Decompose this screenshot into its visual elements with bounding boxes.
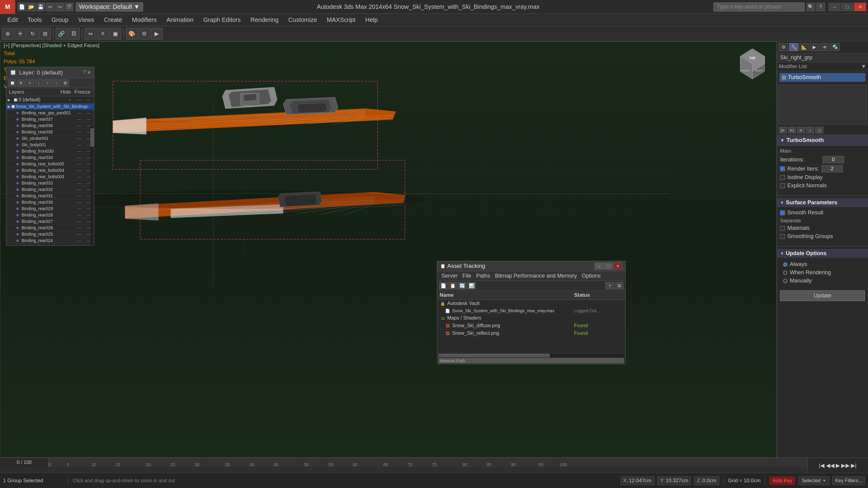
- open-btn[interactable]: 📂: [27, 3, 36, 11]
- layer-merge-btn[interactable]: ↓: [35, 79, 42, 87]
- redo-btn[interactable]: ↪: [55, 3, 64, 11]
- modifier-nav-1[interactable]: |⊳: [779, 127, 787, 133]
- layer-item-8[interactable]: ⊕Binding_rear_bolts005——: [6, 161, 94, 167]
- menu-item-rendering[interactable]: Rendering: [246, 15, 283, 25]
- menu-item-edit[interactable]: Edit: [3, 15, 22, 25]
- ts-explicit-normals-checkbox[interactable]: [780, 183, 785, 188]
- align-btn[interactable]: ≡: [97, 28, 108, 39]
- rotate-btn[interactable]: ↻: [27, 28, 38, 39]
- render-setup-btn[interactable]: ⚙: [138, 28, 150, 39]
- rp-modifier-item[interactable]: TurboSmooth: [779, 73, 866, 82]
- link-btn[interactable]: 🔗: [56, 28, 67, 39]
- at-menu-bitmap[interactable]: Bitmap Performance and Memory: [493, 272, 579, 280]
- layer-item-9[interactable]: ⊕Binding_rear_bolts004——: [6, 167, 94, 174]
- mirror-btn[interactable]: ⇔: [85, 28, 96, 39]
- material-btn[interactable]: 🎨: [126, 28, 137, 39]
- transport-back-btn[interactable]: ◀◀: [826, 462, 835, 469]
- ts-materials-checkbox[interactable]: [780, 226, 785, 231]
- at-minimize-btn[interactable]: –: [595, 263, 603, 269]
- layer-settings-btn[interactable]: ⚙: [61, 79, 69, 87]
- main-viewport[interactable]: [0, 41, 777, 458]
- rp-icon-1[interactable]: ⚙: [779, 43, 788, 51]
- layer-delete-btn[interactable]: ✕: [17, 79, 25, 87]
- layer-item-7[interactable]: ⊕Binding_rear034——: [6, 155, 94, 161]
- timeline-ruler[interactable]: 0 5 10 15 20 25 30 35 40 45 50 55 60 65 …: [49, 458, 868, 467]
- at-tb-btn4[interactable]: 📊: [467, 282, 476, 289]
- layer-item-0[interactable]: ⊕Binding_rear_grp_pan001——: [6, 110, 94, 116]
- minimize-button[interactable]: –: [829, 3, 841, 11]
- layer-item-3[interactable]: ⊕Binding_rear035——: [6, 129, 94, 135]
- transport-fwd-btn[interactable]: ▶▶: [841, 462, 850, 469]
- rp-icon-4[interactable]: ▶: [810, 43, 819, 51]
- rp-icon-2[interactable]: 🔧: [789, 43, 798, 51]
- ts-iterations-value[interactable]: 0: [823, 156, 844, 163]
- search-box[interactable]: Type a key word or phrase: [713, 2, 805, 11]
- nav-cube[interactable]: TOP RIGHT FRONT: [734, 45, 771, 82]
- layer-item-12[interactable]: ⊕Binding_rear032——: [6, 186, 94, 193]
- layer-item-default[interactable]: ▶ 🔲 0 (default) ✓ — —: [6, 96, 94, 103]
- ts-always-radio[interactable]: [783, 262, 787, 267]
- at-scrollbar[interactable]: [438, 354, 624, 357]
- menu-item-modifiers[interactable]: Modifiers: [128, 15, 161, 25]
- layer-item-1[interactable]: ⊕Binding_rear037——: [6, 116, 94, 123]
- at-menu-file[interactable]: File: [461, 272, 473, 280]
- at-row-reflect[interactable]: 🖼 Snow_Ski_reflect.png Found: [437, 330, 625, 337]
- layer-item-13[interactable]: ⊕Binding_rear031——: [6, 193, 94, 199]
- ts-smooth-result-checkbox[interactable]: ✓: [780, 210, 785, 215]
- ts-isoline-checkbox[interactable]: [780, 175, 785, 180]
- at-row-maps[interactable]: 🗂 Maps / Shaders: [437, 314, 625, 322]
- ts-smoothing-groups-checkbox[interactable]: [780, 234, 785, 239]
- layer-item-21[interactable]: ⊕Binding_front_bolts009——: [6, 244, 94, 246]
- transport-next-btn[interactable]: ▶|: [851, 462, 857, 469]
- layer-item-5[interactable]: ⊕Ski_body001——: [6, 142, 94, 148]
- transport-play-btn[interactable]: ▶: [836, 462, 840, 469]
- modifier-nav-2[interactable]: ⊳|: [788, 127, 796, 133]
- render-btn2[interactable]: ▶: [151, 28, 162, 39]
- ts-render-iters-value[interactable]: 2: [822, 165, 843, 172]
- at-tb-btn3[interactable]: 🔄: [458, 282, 466, 289]
- at-row-diffuse[interactable]: 🖼 Snow_Ski_diffuse.png Found: [437, 322, 625, 330]
- menu-item-customize[interactable]: Customize: [284, 15, 321, 25]
- group-btn[interactable]: ▣: [110, 28, 121, 39]
- at-tb-btn2[interactable]: 📋: [448, 282, 457, 289]
- layer-item-2[interactable]: ⊕Binding_rear036——: [6, 123, 94, 129]
- at-tb-settings[interactable]: ⚙: [615, 282, 623, 289]
- layer-item-18[interactable]: ⊕Binding_rear026——: [6, 225, 94, 231]
- menu-item-group[interactable]: Group: [47, 15, 73, 25]
- layer-item-16[interactable]: ⊕Binding_rear028——: [6, 212, 94, 218]
- menu-item-create[interactable]: Create: [100, 15, 127, 25]
- at-menu-paths[interactable]: Paths: [474, 272, 492, 280]
- scale-btn[interactable]: ⊞: [39, 28, 51, 39]
- save-btn[interactable]: 💾: [36, 3, 45, 11]
- modifier-nav-3[interactable]: ⊳: [797, 127, 805, 133]
- auto-key-button[interactable]: Auto Key: [769, 477, 795, 485]
- at-row-vault[interactable]: 🔒 Autodesk Vault: [437, 300, 625, 307]
- workspace-dropdown[interactable]: Workspace: Default ▼: [76, 2, 143, 11]
- modifier-nav-4[interactable]: ○: [806, 127, 814, 133]
- layer-item-10[interactable]: ⊕Binding_rear_bolts003——: [6, 174, 94, 180]
- at-scrollbar-thumb[interactable]: [438, 354, 550, 357]
- update-options-header[interactable]: ▼ Update Options: [777, 249, 868, 258]
- layer-item-snow-ski[interactable]: ▶ 🔲 Snow_Ski_System_with_Ski_Bindings ✓ …: [6, 103, 94, 110]
- transport-prev-btn[interactable]: |◀: [819, 462, 825, 469]
- help-icon[interactable]: ?: [816, 3, 825, 11]
- layer-item-17[interactable]: ⊕Binding_rear027——: [6, 218, 94, 225]
- at-maximize-btn[interactable]: □: [604, 263, 613, 269]
- modifier-list-arrow[interactable]: ▼: [861, 64, 866, 70]
- new-btn[interactable]: 📄: [18, 3, 26, 11]
- layers-close-btn[interactable]: ✕: [87, 70, 91, 75]
- close-button[interactable]: ✕: [854, 3, 866, 11]
- layer-move-up-btn[interactable]: ↑: [43, 79, 52, 87]
- move-btn[interactable]: ✛: [14, 28, 26, 39]
- ts-rollout-header[interactable]: ▼ TurboSmooth: [777, 135, 868, 145]
- selected-dropdown[interactable]: Selected ▼: [798, 477, 829, 485]
- at-tb-help[interactable]: ?: [606, 282, 614, 289]
- layer-item-11[interactable]: ⊕Binding_rear033——: [6, 180, 94, 186]
- menu-item-animation[interactable]: Animation: [162, 15, 198, 25]
- surface-params-header[interactable]: ▼ Surface Parameters: [777, 198, 868, 207]
- layer-item-19[interactable]: ⊕Binding_rear025——: [6, 231, 94, 237]
- scrollbar-thumb[interactable]: [90, 128, 94, 147]
- layers-scrollbar[interactable]: [90, 127, 94, 246]
- rp-icon-6[interactable]: 🔩: [831, 43, 840, 51]
- layer-move-down-btn[interactable]: ↓: [52, 79, 60, 87]
